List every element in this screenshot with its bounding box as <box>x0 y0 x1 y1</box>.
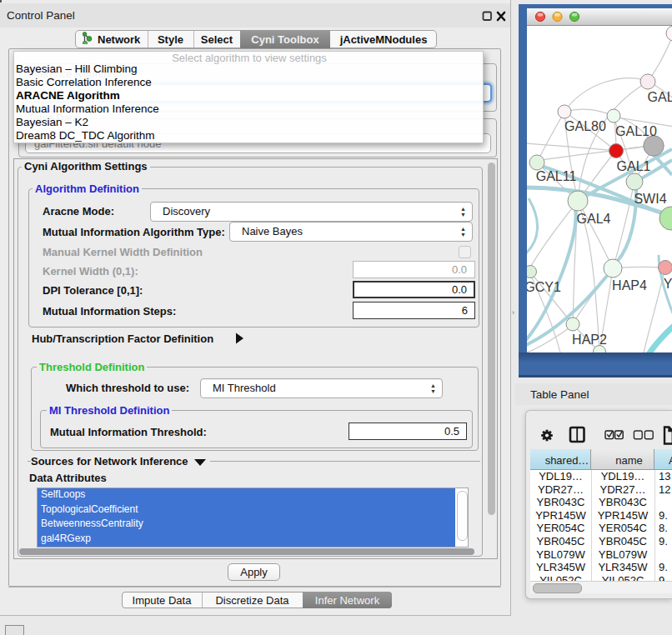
svg-text:HAP4: HAP4 <box>612 278 647 292</box>
svg-text:YJ: YJ <box>664 277 672 291</box>
svg-text:SWI4: SWI4 <box>634 192 666 206</box>
svg-text:GAL80: GAL80 <box>564 119 606 133</box>
svg-text:GCY1: GCY1 <box>527 280 561 294</box>
svg-text:GAL10: GAL10 <box>615 124 657 138</box>
svg-text:GAL1: GAL1 <box>617 159 651 173</box>
svg-text:HAP2: HAP2 <box>572 332 607 347</box>
svg-text:GAL11: GAL11 <box>536 169 577 183</box>
svg-text:GAL7: GAL7 <box>648 90 672 104</box>
svg-text:GAL4: GAL4 <box>577 212 611 226</box>
